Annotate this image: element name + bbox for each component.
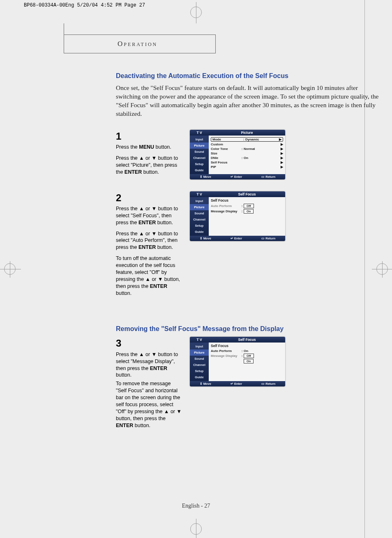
- sidebar-item-picture[interactable]: Picture: [190, 143, 209, 149]
- osd-main: Mode:Dynamic▶ Custom▶ Color Tone:Normal▶…: [209, 136, 285, 174]
- sidebar-item-sound[interactable]: Sound: [190, 356, 209, 362]
- sidebar-item-picture[interactable]: Picture: [190, 349, 209, 356]
- sidebar-item-input[interactable]: Input: [190, 136, 209, 143]
- osd-menu-picture: T V Picture Input Picture Sound Channel …: [190, 130, 285, 179]
- osd-footer: ⇕ Move ↵ Enter ▭ Return: [190, 381, 285, 386]
- menu-row-autoperform[interactable]: Auto Perform:Off: [211, 203, 283, 209]
- section-label: Operation: [118, 40, 157, 48]
- heading-deactivate: Deactivating the Automatic Execution of …: [116, 72, 379, 80]
- sidebar-item-guide[interactable]: Guide: [190, 229, 209, 235]
- updown-icon: ⇕: [200, 175, 203, 179]
- return-icon: ▭: [261, 175, 265, 179]
- return-icon: ▭: [261, 237, 265, 240]
- page-footer: English - 27: [0, 503, 392, 509]
- updown-icon: ⇕: [200, 237, 203, 240]
- step-2: 2 Press the ▲ or ▼ button to select "Sel…: [116, 191, 379, 301]
- enter-icon: ↵: [231, 175, 233, 179]
- sidebar-item-setup[interactable]: Setup: [190, 223, 209, 229]
- menu-row-dnie[interactable]: DNIe:On▶: [211, 156, 283, 160]
- osd-menu-selffocus-1: T V Self Focus Input Picture Sound Chann…: [190, 191, 285, 241]
- sidebar-item-input[interactable]: Input: [190, 198, 209, 204]
- menu-row-messagedisplay[interactable]: Message Display:Off: [211, 353, 283, 359]
- play-icon: ▶: [277, 138, 281, 141]
- osd-sidebar: Input Picture Sound Channel Setup Guide: [190, 343, 209, 381]
- osd-title: Self Focus: [209, 337, 285, 343]
- heading-remove: Removing the "Self Focus" Message from t…: [116, 325, 379, 333]
- intro-paragraph: Once set, the "Self Focus" feature start…: [116, 84, 379, 118]
- osd-title: Picture: [209, 130, 285, 136]
- menu-row-autoperform[interactable]: Auto Perform:On: [211, 349, 283, 353]
- osd-title: Self Focus: [209, 191, 285, 197]
- sidebar-item-guide[interactable]: Guide: [190, 167, 209, 173]
- crop-mark-bottom: [190, 523, 202, 535]
- sidebar-item-channel[interactable]: Channel: [190, 155, 209, 161]
- menu-row-selffocus[interactable]: Self Focus▶: [211, 160, 283, 165]
- step-number: 2: [116, 191, 182, 205]
- sidebar-item-channel[interactable]: Channel: [190, 362, 209, 368]
- osd-footer: ⇕ Move ↵ Enter ▭ Return: [190, 236, 285, 241]
- enter-icon: ↵: [231, 237, 233, 240]
- osd-main: Self Focus Auto Perform:Off Message Disp…: [209, 197, 285, 236]
- osd-tv-label: T V: [190, 337, 209, 343]
- section-header: Operation: [64, 34, 216, 53]
- menu-row-option-on[interactable]: On: [211, 359, 283, 364]
- menu-row-messagedisplay[interactable]: Message Display:On: [211, 209, 283, 214]
- submenu-heading: Self Focus: [211, 198, 283, 202]
- menu-row-custom[interactable]: Custom▶: [211, 142, 283, 147]
- sidebar-item-sound[interactable]: Sound: [190, 210, 209, 216]
- enter-icon: ↵: [231, 382, 233, 386]
- osd-sidebar: Input Picture Sound Channel Setup Guide: [190, 136, 209, 174]
- page-content: Operation Deactivating the Automatic Exe…: [23, 14, 369, 449]
- sidebar-item-picture[interactable]: Picture: [190, 204, 209, 210]
- step-number: 1: [116, 130, 182, 143]
- sidebar-item-setup[interactable]: Setup: [190, 161, 209, 167]
- osd-footer: ⇕ Move ↵ Enter ▭ Return: [190, 174, 285, 179]
- sidebar-item-setup[interactable]: Setup: [190, 368, 209, 374]
- sidebar-item-input[interactable]: Input: [190, 343, 209, 349]
- crop-mark-left: [4, 263, 16, 275]
- sidebar-item-sound[interactable]: Sound: [190, 149, 209, 155]
- menu-row-pip[interactable]: PIP▶: [211, 165, 283, 169]
- submenu-heading: Self Focus: [211, 344, 283, 348]
- menu-row-colortone[interactable]: Color Tone:Normal▶: [211, 147, 283, 151]
- osd-tv-label: T V: [190, 191, 209, 197]
- osd-main: Self Focus Auto Perform:On Message Displ…: [209, 343, 285, 381]
- step-1: 1 Press the MENU button. Press the ▲ or …: [116, 130, 379, 180]
- return-icon: ▭: [261, 382, 265, 386]
- menu-row-size[interactable]: Size▶: [211, 151, 283, 156]
- step-3: 3 Press the ▲ or ▼ button to select "Mes…: [116, 337, 379, 433]
- sidebar-item-channel[interactable]: Channel: [190, 216, 209, 223]
- sidebar-item-guide[interactable]: Guide: [190, 374, 209, 380]
- menu-row-mode[interactable]: Mode:Dynamic▶: [211, 137, 283, 142]
- osd-tv-label: T V: [190, 130, 209, 136]
- osd-menu-selffocus-2: T V Self Focus Input Picture Sound Chann…: [190, 337, 285, 386]
- step-number: 3: [116, 337, 182, 350]
- osd-sidebar: Input Picture Sound Channel Setup Guide: [190, 197, 209, 236]
- updown-icon: ⇕: [200, 382, 203, 386]
